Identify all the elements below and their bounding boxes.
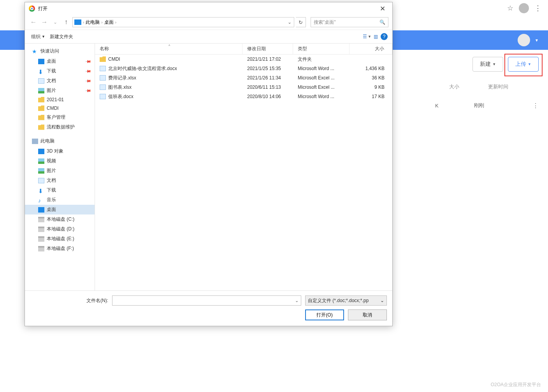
col-size[interactable]: 大小 [350, 44, 392, 54]
col-date[interactable]: 修改日期 [242, 44, 293, 54]
browser-avatar[interactable] [519, 3, 529, 13]
user-menu-chevron-icon[interactable]: ▼ [535, 38, 539, 42]
path-seg-pc[interactable]: 此电脑 [86, 19, 100, 26]
drive-icon [38, 236, 44, 242]
path-seg-desktop[interactable]: 桌面 [104, 19, 114, 26]
dialog-toolbar: 组织 ▼ 新建文件夹 ☰ ▼ ▥ ? [25, 30, 392, 44]
upload-button-label: 上传 [515, 61, 526, 68]
tree-node[interactable]: 本地磁盘 (F:) [25, 244, 95, 253]
row-more-icon[interactable]: ⋮ [525, 102, 539, 109]
tree-node[interactable]: 客户管理 [25, 113, 95, 122]
pin-icon: 📌 [85, 68, 91, 74]
bookmark-star-icon[interactable]: ☆ [507, 4, 513, 12]
tree-node[interactable]: 本地磁盘 (E:) [25, 234, 95, 244]
tree-node-label: 下载 [47, 187, 56, 193]
list-view-icon: ☰ [363, 34, 367, 39]
browser-menu-icon[interactable]: ⋮ [534, 4, 541, 12]
tree-node-label: 下载 [47, 68, 56, 74]
nav-tree: ★快速访问桌面📌⬇下载📌文档📌图片📌2021-01CMDI客户管理流程数据维护此… [25, 44, 95, 290]
doc-icon [100, 66, 106, 71]
music-icon: ♪ [38, 197, 44, 203]
address-bar[interactable]: › 此电脑 › 桌面 › ⌄ [72, 17, 294, 27]
file-row[interactable]: 费用记录.xlsx 2021/1/26 11:34 Microsoft Exce… [95, 73, 392, 83]
filename-input[interactable]: ⌄ [112, 295, 301, 306]
file-size: 9 KB [350, 84, 392, 90]
nav-recent-chevron-icon[interactable]: ⌄ [51, 19, 60, 25]
tree-node-label: 本地磁盘 (E:) [47, 236, 74, 242]
file-date: 2021/1/26 11:34 [242, 75, 293, 81]
tree-node[interactable]: 桌面📌 [25, 56, 95, 66]
tree-node-label: 客户管理 [47, 114, 65, 121]
search-input[interactable]: 搜索"桌面" 🔍 [311, 17, 388, 27]
tree-node[interactable]: ⬇下载📌 [25, 66, 95, 76]
tree-node-label: 文档 [47, 177, 56, 184]
sort-indicator-icon: ^ [169, 44, 170, 48]
nav-back-icon[interactable]: ← [29, 18, 38, 26]
address-dropdown-icon[interactable]: ⌄ [288, 19, 294, 25]
filename-label: 文件名(N): [30, 297, 108, 304]
tree-node-label: 音乐 [47, 197, 56, 203]
file-row[interactable]: CMDI 2021/1/21 17:02 文件夹 [95, 54, 392, 64]
file-row[interactable]: 北京时代威驰-收文流程需求.docx 2021/1/25 15:35 Micro… [95, 64, 392, 73]
pc-icon [32, 139, 38, 144]
pin-icon: 📌 [85, 77, 91, 84]
organize-menu[interactable]: 组织 ▼ [29, 32, 47, 42]
file-open-dialog: 打开 ✕ ← → ⌄ ↑ › 此电脑 › 桌面 › ⌄ ↻ 搜索"桌面" 🔍 组… [25, 2, 393, 326]
tree-node[interactable]: 2021-01 [25, 95, 95, 104]
nav-up-icon[interactable]: ↑ [61, 18, 71, 26]
user-avatar[interactable] [518, 34, 530, 46]
open-button[interactable]: 打开(O) [305, 309, 344, 320]
download-icon: ⬇ [38, 69, 44, 74]
file-type-filter[interactable]: 自定义文件 (*.doc;*.docx;*.pp ⌄ [305, 295, 387, 306]
tree-node[interactable]: ♪音乐 [25, 195, 95, 205]
tree-node[interactable]: 图片 [25, 166, 95, 176]
tree-node-label: 桌面 [47, 206, 56, 213]
tree-node[interactable]: 桌面 [25, 205, 95, 214]
tree-node[interactable]: 文档 [25, 176, 95, 185]
drive-icon [38, 227, 44, 232]
new-folder-button[interactable]: 新建文件夹 [47, 32, 76, 42]
tree-node[interactable]: CMDI [25, 104, 95, 113]
file-type: 文件夹 [293, 56, 350, 63]
tree-quick-access[interactable]: ★快速访问 [25, 46, 95, 56]
file-type: Microsoft Excel ... [293, 84, 350, 90]
file-row[interactable]: 图书表.xlsx 2020/6/11 15:13 Microsoft Excel… [95, 83, 392, 92]
refresh-button[interactable]: ↻ [296, 17, 306, 27]
watermark-text: O2OA企业应用开发平台 [491, 381, 541, 388]
chrome-icon [29, 5, 35, 12]
close-button[interactable]: ✕ [377, 3, 388, 14]
file-size: 1,436 KB [350, 66, 392, 71]
new-button[interactable]: 新建 ▼ [472, 57, 503, 72]
tree-node[interactable]: 文档📌 [25, 76, 95, 86]
dialog-titlebar: 打开 ✕ [25, 2, 392, 15]
folder-icon [38, 125, 44, 130]
col-name[interactable]: 名称 ^ [95, 44, 242, 54]
chevron-down-icon: ▼ [42, 35, 45, 39]
new-folder-label: 新建文件夹 [50, 33, 73, 40]
tree-node[interactable]: 视频 [25, 156, 95, 166]
tree-this-pc[interactable]: 此电脑 [25, 136, 95, 146]
drive-icon [74, 19, 81, 25]
tree-node[interactable]: 流程数据维护 [25, 122, 95, 132]
new-button-label: 新建 [480, 61, 491, 68]
view-mode-button[interactable]: ☰ ▼ [363, 32, 371, 41]
col-type[interactable]: 类型 [293, 44, 350, 54]
upload-button[interactable]: 上传 ▼ [508, 57, 539, 72]
tree-node-label: 本地磁盘 (C:) [47, 216, 74, 223]
chevron-down-icon: ▼ [528, 62, 531, 66]
tree-node[interactable]: 本地磁盘 (C:) [25, 214, 95, 224]
download-icon: ⬇ [38, 188, 44, 193]
preview-pane-button[interactable]: ▥ [371, 32, 380, 41]
file-size: 36 KB [350, 75, 392, 81]
web-row[interactable]: K 刚刚 ⋮ [435, 100, 539, 111]
tree-node[interactable]: 本地磁盘 (D:) [25, 224, 95, 234]
help-button[interactable]: ? [380, 32, 388, 41]
file-row[interactable]: 值班表.docx 2020/8/10 14:06 Microsoft Word … [95, 92, 392, 101]
chevron-right-icon: › [115, 20, 116, 25]
chevron-down-icon: ▼ [368, 35, 371, 39]
tree-node[interactable]: 图片📌 [25, 86, 95, 95]
tree-node[interactable]: ⬇下载 [25, 185, 95, 195]
cancel-button[interactable]: 取消 [348, 309, 387, 320]
tree-node[interactable]: 3D 对象 [25, 146, 95, 156]
pic-icon [38, 158, 44, 164]
